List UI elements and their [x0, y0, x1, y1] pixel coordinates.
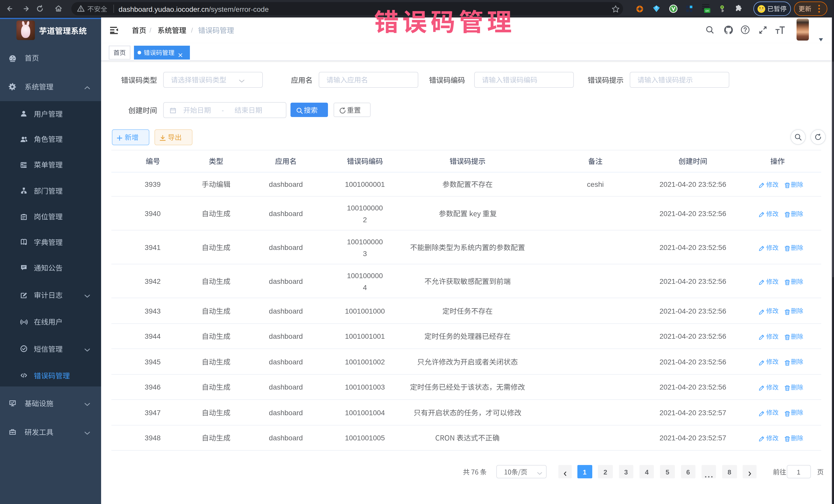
svg-text:on: on	[705, 9, 709, 13]
